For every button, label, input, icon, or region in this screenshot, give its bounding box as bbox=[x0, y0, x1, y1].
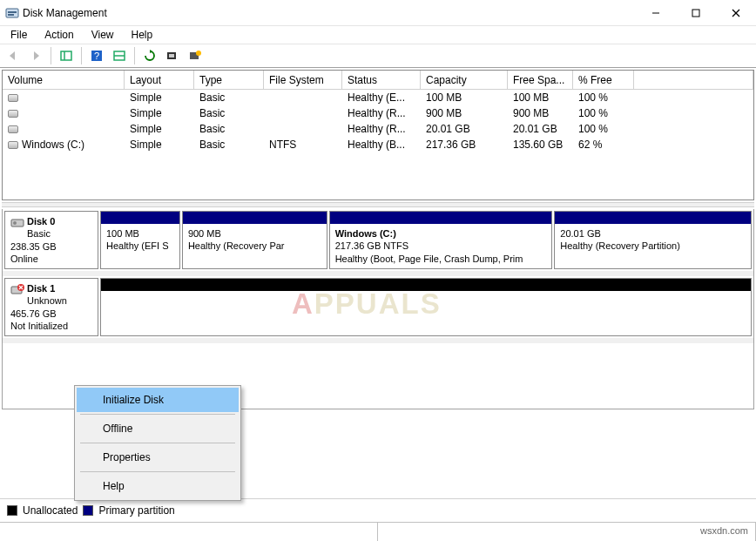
context-menu: Initialize Disk Offline Properties Help bbox=[74, 385, 241, 501]
context-separator bbox=[80, 414, 235, 415]
partition-stripe bbox=[330, 212, 552, 224]
disk-type: Basic bbox=[27, 228, 51, 239]
volume-capacity: 20.01 GB bbox=[421, 123, 508, 135]
titlebar: Disk Management bbox=[0, 0, 756, 26]
svg-point-16 bbox=[196, 51, 201, 56]
show-hide-button[interactable] bbox=[57, 46, 76, 65]
context-help[interactable]: Help bbox=[77, 474, 239, 498]
action-button[interactable] bbox=[186, 46, 205, 65]
disk-row: Disk 0Basic238.35 GBOnline100 MBHealthy … bbox=[3, 209, 753, 276]
volume-row[interactable]: SimpleBasicHealthy (R...20.01 GB20.01 GB… bbox=[3, 121, 753, 137]
partition[interactable]: 900 MBHealthy (Recovery Par bbox=[182, 211, 327, 269]
volume-fs: NTFS bbox=[264, 139, 342, 151]
volume-type: Basic bbox=[194, 139, 264, 151]
partition[interactable]: 100 MBHealthy (EFI S bbox=[100, 211, 180, 269]
legend: Unallocated Primary partition bbox=[0, 498, 756, 522]
partition-size: 20.01 GB bbox=[560, 228, 600, 239]
col-volume[interactable]: Volume bbox=[3, 71, 125, 89]
volume-status: Healthy (B... bbox=[342, 139, 421, 151]
volume-pct: 100 % bbox=[573, 123, 634, 135]
toolbar-separator bbox=[81, 47, 82, 64]
volume-capacity: 100 MB bbox=[421, 91, 508, 104]
disk-icon bbox=[10, 215, 24, 229]
disk-row: Disk 1Unknown465.76 GBNot Initialized bbox=[3, 276, 753, 343]
svg-point-18 bbox=[13, 221, 17, 225]
volume-free: 20.01 GB bbox=[508, 123, 573, 135]
partition-status: Healthy (EFI S bbox=[106, 240, 169, 251]
volume-layout: Simple bbox=[125, 107, 194, 119]
col-capacity[interactable]: Capacity bbox=[421, 71, 508, 89]
col-layout[interactable]: Layout bbox=[125, 71, 194, 89]
svg-rect-7 bbox=[61, 51, 71, 60]
menu-view[interactable]: View bbox=[83, 27, 123, 43]
back-button[interactable] bbox=[3, 46, 23, 65]
partition[interactable]: 20.01 GBHealthy (Recovery Partition) bbox=[554, 211, 752, 269]
svg-rect-1 bbox=[8, 11, 17, 13]
col-pctfree[interactable]: % Free bbox=[573, 71, 634, 89]
context-properties[interactable]: Properties bbox=[77, 445, 239, 470]
volume-free: 900 MB bbox=[508, 107, 573, 119]
disk-error-icon bbox=[10, 282, 24, 296]
volume-list-header: Volume Layout Type File System Status Ca… bbox=[3, 71, 753, 90]
disk-size: 238.35 GB bbox=[10, 241, 57, 252]
volume-status: Healthy (R... bbox=[342, 123, 421, 135]
svg-text:?: ? bbox=[94, 51, 99, 61]
maximize-button[interactable] bbox=[676, 0, 716, 26]
volume-row[interactable]: SimpleBasicHealthy (E...100 MB100 MB100 … bbox=[3, 90, 753, 105]
refresh-button[interactable] bbox=[140, 46, 159, 65]
svg-rect-2 bbox=[8, 14, 14, 16]
legend-swatch-primary bbox=[83, 505, 93, 516]
partition-size: 217.36 GB NTFS bbox=[335, 240, 408, 251]
col-freespace[interactable]: Free Spa... bbox=[508, 71, 573, 89]
col-filesystem[interactable]: File System bbox=[264, 71, 342, 89]
volume-row[interactable]: Windows (C:)SimpleBasicNTFSHealthy (B...… bbox=[3, 137, 753, 152]
drive-icon bbox=[8, 94, 18, 102]
partition[interactable]: Windows (C:)217.36 GB NTFSHealthy (Boot,… bbox=[329, 211, 553, 269]
splitter[interactable] bbox=[2, 202, 754, 207]
partition-stripe bbox=[183, 212, 327, 224]
volume-list[interactable]: Volume Layout Type File System Status Ca… bbox=[2, 70, 754, 200]
partition-size: 100 MB bbox=[106, 228, 139, 239]
volume-layout: Simple bbox=[125, 139, 194, 151]
volume-status: Healthy (R... bbox=[342, 107, 421, 119]
menu-help[interactable]: Help bbox=[123, 27, 162, 43]
context-offline[interactable]: Offline bbox=[77, 416, 239, 441]
context-separator bbox=[80, 471, 235, 472]
disk-name: Disk 1 bbox=[27, 283, 55, 294]
volume-pct: 100 % bbox=[573, 107, 634, 119]
disk-state: Online bbox=[10, 254, 38, 264]
volume-capacity: 900 MB bbox=[421, 107, 508, 119]
partition-area bbox=[100, 278, 752, 336]
statusbar: wsxdn.com bbox=[0, 522, 756, 541]
volume-layout: Simple bbox=[125, 91, 194, 104]
disk-label[interactable]: Disk 0Basic238.35 GBOnline bbox=[4, 211, 98, 269]
context-initialize-disk[interactable]: Initialize Disk bbox=[77, 388, 239, 412]
col-status[interactable]: Status bbox=[342, 71, 421, 89]
partition-stripe bbox=[555, 212, 751, 224]
disk-size: 465.76 GB bbox=[10, 308, 57, 319]
partition[interactable] bbox=[100, 278, 752, 336]
volume-type: Basic bbox=[194, 107, 264, 119]
disk-name: Disk 0 bbox=[27, 216, 55, 227]
volume-status: Healthy (E... bbox=[342, 91, 421, 104]
menubar: File Action View Help bbox=[0, 26, 756, 44]
col-type[interactable]: Type bbox=[194, 71, 264, 89]
minimize-button[interactable] bbox=[636, 0, 676, 26]
help-button[interactable]: ? bbox=[87, 46, 106, 65]
close-button[interactable] bbox=[716, 0, 756, 26]
forward-button[interactable] bbox=[26, 46, 45, 65]
volume-row[interactable]: SimpleBasicHealthy (R...900 MB900 MB100 … bbox=[3, 105, 753, 121]
drive-icon bbox=[8, 125, 18, 133]
rescan-button[interactable] bbox=[163, 46, 182, 65]
volume-capacity: 217.36 GB bbox=[421, 139, 508, 151]
legend-label-unallocated: Unallocated bbox=[23, 504, 78, 517]
disk-graphical-view[interactable]: Disk 0Basic238.35 GBOnline100 MBHealthy … bbox=[2, 209, 754, 409]
disk-label[interactable]: Disk 1Unknown465.76 GBNot Initialized bbox=[4, 278, 98, 336]
toolbar-separator bbox=[51, 47, 51, 64]
menu-file[interactable]: File bbox=[2, 27, 36, 43]
menu-action[interactable]: Action bbox=[36, 27, 82, 43]
window-title: Disk Management bbox=[19, 7, 636, 19]
settings-button[interactable] bbox=[110, 46, 129, 65]
partition-status: Healthy (Recovery Par bbox=[188, 240, 285, 251]
volume-pct: 62 % bbox=[573, 139, 634, 151]
